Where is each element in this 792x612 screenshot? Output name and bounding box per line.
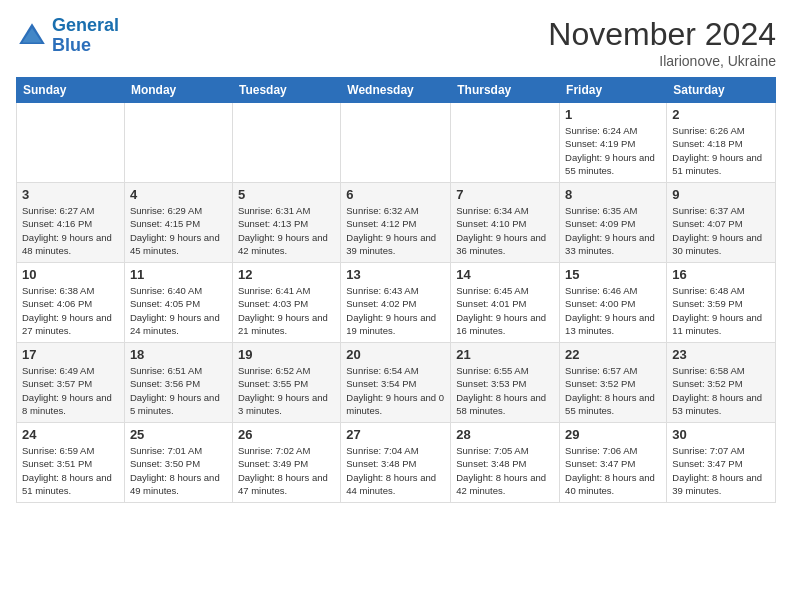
page: General Blue November 2024 Ilarionove, U… [0,0,792,612]
calendar-table: Sunday Monday Tuesday Wednesday Thursday… [16,77,776,503]
calendar-week-3: 17Sunrise: 6:49 AMSunset: 3:57 PMDayligh… [17,343,776,423]
calendar-cell: 13Sunrise: 6:43 AMSunset: 4:02 PMDayligh… [341,263,451,343]
calendar-cell: 6Sunrise: 6:32 AMSunset: 4:12 PMDaylight… [341,183,451,263]
day-number: 15 [565,267,661,282]
day-info: Sunrise: 7:05 AMSunset: 3:48 PMDaylight:… [456,444,554,497]
day-number: 6 [346,187,445,202]
day-info: Sunrise: 6:35 AMSunset: 4:09 PMDaylight:… [565,204,661,257]
day-number: 10 [22,267,119,282]
month-title: November 2024 [548,16,776,53]
calendar-cell: 21Sunrise: 6:55 AMSunset: 3:53 PMDayligh… [451,343,560,423]
day-info: Sunrise: 6:48 AMSunset: 3:59 PMDaylight:… [672,284,770,337]
day-info: Sunrise: 6:55 AMSunset: 3:53 PMDaylight:… [456,364,554,417]
calendar-cell [451,103,560,183]
calendar-cell: 15Sunrise: 6:46 AMSunset: 4:00 PMDayligh… [560,263,667,343]
col-wednesday: Wednesday [341,78,451,103]
logo-text: General Blue [52,16,119,56]
day-info: Sunrise: 6:31 AMSunset: 4:13 PMDaylight:… [238,204,335,257]
calendar-week-1: 3Sunrise: 6:27 AMSunset: 4:16 PMDaylight… [17,183,776,263]
calendar-cell: 28Sunrise: 7:05 AMSunset: 3:48 PMDayligh… [451,423,560,503]
day-number: 3 [22,187,119,202]
calendar-cell: 4Sunrise: 6:29 AMSunset: 4:15 PMDaylight… [124,183,232,263]
calendar-cell: 25Sunrise: 7:01 AMSunset: 3:50 PMDayligh… [124,423,232,503]
day-info: Sunrise: 7:07 AMSunset: 3:47 PMDaylight:… [672,444,770,497]
col-saturday: Saturday [667,78,776,103]
calendar-cell: 20Sunrise: 6:54 AMSunset: 3:54 PMDayligh… [341,343,451,423]
day-number: 26 [238,427,335,442]
day-info: Sunrise: 6:32 AMSunset: 4:12 PMDaylight:… [346,204,445,257]
calendar-cell: 11Sunrise: 6:40 AMSunset: 4:05 PMDayligh… [124,263,232,343]
day-number: 5 [238,187,335,202]
day-info: Sunrise: 6:52 AMSunset: 3:55 PMDaylight:… [238,364,335,417]
day-info: Sunrise: 6:51 AMSunset: 3:56 PMDaylight:… [130,364,227,417]
calendar-cell: 12Sunrise: 6:41 AMSunset: 4:03 PMDayligh… [232,263,340,343]
calendar-cell: 23Sunrise: 6:58 AMSunset: 3:52 PMDayligh… [667,343,776,423]
day-info: Sunrise: 7:02 AMSunset: 3:49 PMDaylight:… [238,444,335,497]
day-number: 11 [130,267,227,282]
calendar-cell: 17Sunrise: 6:49 AMSunset: 3:57 PMDayligh… [17,343,125,423]
calendar-cell: 3Sunrise: 6:27 AMSunset: 4:16 PMDaylight… [17,183,125,263]
col-thursday: Thursday [451,78,560,103]
day-info: Sunrise: 6:29 AMSunset: 4:15 PMDaylight:… [130,204,227,257]
calendar-cell: 7Sunrise: 6:34 AMSunset: 4:10 PMDaylight… [451,183,560,263]
day-info: Sunrise: 6:41 AMSunset: 4:03 PMDaylight:… [238,284,335,337]
calendar-cell: 19Sunrise: 6:52 AMSunset: 3:55 PMDayligh… [232,343,340,423]
day-info: Sunrise: 6:43 AMSunset: 4:02 PMDaylight:… [346,284,445,337]
calendar-cell [17,103,125,183]
day-number: 7 [456,187,554,202]
calendar-cell: 24Sunrise: 6:59 AMSunset: 3:51 PMDayligh… [17,423,125,503]
calendar-cell: 10Sunrise: 6:38 AMSunset: 4:06 PMDayligh… [17,263,125,343]
day-number: 9 [672,187,770,202]
day-number: 4 [130,187,227,202]
day-info: Sunrise: 6:34 AMSunset: 4:10 PMDaylight:… [456,204,554,257]
day-number: 17 [22,347,119,362]
col-monday: Monday [124,78,232,103]
day-number: 12 [238,267,335,282]
day-info: Sunrise: 6:27 AMSunset: 4:16 PMDaylight:… [22,204,119,257]
calendar-cell: 5Sunrise: 6:31 AMSunset: 4:13 PMDaylight… [232,183,340,263]
logo: General Blue [16,16,119,56]
calendar-cell: 18Sunrise: 6:51 AMSunset: 3:56 PMDayligh… [124,343,232,423]
calendar-cell: 2Sunrise: 6:26 AMSunset: 4:18 PMDaylight… [667,103,776,183]
title-block: November 2024 Ilarionove, Ukraine [548,16,776,69]
day-number: 18 [130,347,227,362]
calendar-header-row: Sunday Monday Tuesday Wednesday Thursday… [17,78,776,103]
day-info: Sunrise: 6:58 AMSunset: 3:52 PMDaylight:… [672,364,770,417]
location: Ilarionove, Ukraine [548,53,776,69]
day-number: 29 [565,427,661,442]
calendar-cell: 27Sunrise: 7:04 AMSunset: 3:48 PMDayligh… [341,423,451,503]
day-number: 22 [565,347,661,362]
day-info: Sunrise: 6:57 AMSunset: 3:52 PMDaylight:… [565,364,661,417]
calendar-cell: 16Sunrise: 6:48 AMSunset: 3:59 PMDayligh… [667,263,776,343]
calendar-cell [124,103,232,183]
day-number: 30 [672,427,770,442]
calendar-cell: 14Sunrise: 6:45 AMSunset: 4:01 PMDayligh… [451,263,560,343]
day-number: 13 [346,267,445,282]
calendar-week-2: 10Sunrise: 6:38 AMSunset: 4:06 PMDayligh… [17,263,776,343]
day-info: Sunrise: 6:37 AMSunset: 4:07 PMDaylight:… [672,204,770,257]
day-number: 2 [672,107,770,122]
day-info: Sunrise: 7:04 AMSunset: 3:48 PMDaylight:… [346,444,445,497]
calendar-week-0: 1Sunrise: 6:24 AMSunset: 4:19 PMDaylight… [17,103,776,183]
calendar-cell: 8Sunrise: 6:35 AMSunset: 4:09 PMDaylight… [560,183,667,263]
day-info: Sunrise: 6:24 AMSunset: 4:19 PMDaylight:… [565,124,661,177]
day-info: Sunrise: 6:59 AMSunset: 3:51 PMDaylight:… [22,444,119,497]
calendar-cell [341,103,451,183]
col-friday: Friday [560,78,667,103]
calendar-cell: 1Sunrise: 6:24 AMSunset: 4:19 PMDaylight… [560,103,667,183]
logo-line1: General [52,15,119,35]
day-info: Sunrise: 6:54 AMSunset: 3:54 PMDaylight:… [346,364,445,417]
col-sunday: Sunday [17,78,125,103]
calendar-cell: 26Sunrise: 7:02 AMSunset: 3:49 PMDayligh… [232,423,340,503]
day-number: 8 [565,187,661,202]
day-info: Sunrise: 6:46 AMSunset: 4:00 PMDaylight:… [565,284,661,337]
day-number: 28 [456,427,554,442]
day-info: Sunrise: 7:01 AMSunset: 3:50 PMDaylight:… [130,444,227,497]
day-number: 16 [672,267,770,282]
calendar-cell: 29Sunrise: 7:06 AMSunset: 3:47 PMDayligh… [560,423,667,503]
day-info: Sunrise: 6:26 AMSunset: 4:18 PMDaylight:… [672,124,770,177]
day-info: Sunrise: 6:38 AMSunset: 4:06 PMDaylight:… [22,284,119,337]
day-number: 19 [238,347,335,362]
logo-line2: Blue [52,35,91,55]
header: General Blue November 2024 Ilarionove, U… [16,16,776,69]
